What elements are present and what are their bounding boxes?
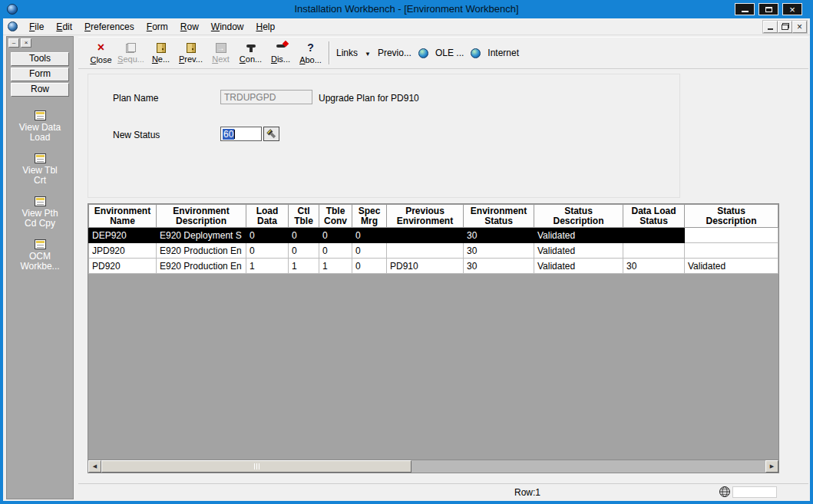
globe-icon [719,486,731,500]
sidebar-collapse-button[interactable]: – [8,38,19,48]
sidebar-item-view-pth-cd-cpy[interactable]: View Pth Cd Cpy [16,196,64,229]
grid-cell[interactable]: Validated [534,243,623,259]
grid-cell[interactable]: 0 [319,243,352,259]
grid-cell[interactable]: 30 [464,243,534,259]
sidebar-items: View Data LoadView Tbl CrtView Pth Cd Cp… [7,104,73,272]
grid-cell[interactable] [387,228,464,243]
sidebar-close-button[interactable]: × [21,38,31,48]
mdi-restore-button[interactable] [778,21,792,33]
grid-column-header[interactable]: EnvironmentDescription [157,205,246,228]
new-status-value: 60 [223,129,234,140]
sidebar-tab-form[interactable]: Form [11,68,69,81]
grid-column-header[interactable]: PreviousEnvironment [387,205,464,228]
grid-cell[interactable]: Validated [534,259,623,274]
grid-cell[interactable]: PD920 [89,259,157,274]
text-caret [234,130,235,139]
links-label[interactable]: Links [336,48,358,58]
grid-cell[interactable]: 1 [246,259,289,274]
grid-column-header[interactable]: StatusDescription [534,205,623,228]
scroll-left-button[interactable] [88,460,101,473]
grid-row[interactable]: JPD920E920 Production En000030Validated [89,243,778,259]
statusbar: Row:1 [78,483,808,499]
menu-item-preferences[interactable]: Preferences [78,19,140,35]
grid-cell[interactable]: PD910 [387,259,464,274]
status-segment [732,486,777,498]
new-status-input[interactable]: 60 [220,127,262,141]
visual-assist-button[interactable] [263,127,279,141]
grid-cell[interactable]: Validated [685,259,778,274]
toolbar-button-ne[interactable]: Ne... [146,38,176,68]
grid-cell[interactable]: E920 Production En [157,259,246,274]
grid-cell[interactable]: E920 Production En [157,243,246,259]
grid-cell[interactable]: Validated [534,228,623,243]
grid-cell[interactable]: 30 [623,259,685,274]
previous-link[interactable]: Previo... [378,48,411,58]
grid-cell[interactable]: 0 [246,228,289,243]
menu-item-row[interactable]: Row [174,19,205,35]
minimize-button[interactable] [735,3,755,15]
grid-column-header[interactable]: EnvironmentName [89,205,157,228]
grid-cell[interactable]: DEP920 [89,228,157,243]
grid-cell[interactable]: 0 [352,243,387,259]
sidebar-tab-row[interactable]: Row [11,83,69,97]
grid-cell[interactable] [685,243,778,259]
grid-cell[interactable]: 0 [246,243,289,259]
grid-cell[interactable]: 0 [289,228,319,243]
grid-cell[interactable]: JPD920 [89,243,157,259]
grid-cell[interactable]: 1 [319,259,352,274]
grid-cell[interactable]: 30 [464,228,534,243]
menu-item-file[interactable]: File [23,19,50,35]
horizontal-scrollbar[interactable] [88,460,778,473]
grid-row[interactable]: PD920E920 Production En1110PD91030Valida… [89,259,778,274]
grid-cell[interactable]: 0 [289,243,319,259]
grid-cell[interactable]: 30 [464,259,534,274]
toolbar-button-sequ: Sequ... [116,38,146,68]
toolbar-button-label: Con... [240,54,262,64]
sidebar-item-label: OCM Workbe... [16,252,64,272]
menu-item-window[interactable]: Window [205,19,250,35]
sidebar-item-view-tbl-crt[interactable]: View Tbl Crt [16,153,64,186]
sidebar-tab-tools[interactable]: Tools [11,52,69,66]
phone-dis-icon [276,43,286,53]
grid-column-header[interactable]: CtlTble [289,205,319,228]
toolbar-button-label: Ne... [152,54,170,64]
grid-column-header[interactable]: EnvironmentStatus [464,205,534,228]
toolbar-button-con[interactable]: Con... [236,38,266,68]
mdi-close-button[interactable] [792,21,807,33]
close-window-button[interactable] [782,3,802,15]
menu-item-help[interactable]: Help [250,19,282,35]
sidebar-item-view-data-load[interactable]: View Data Load [16,110,64,143]
grid-cell[interactable]: 0 [352,259,387,274]
grid-cell[interactable] [623,228,685,243]
menu-item-edit[interactable]: Edit [50,19,78,35]
toolbar-button-prev[interactable]: Prev... [176,38,206,68]
scrollbar-thumb[interactable] [101,460,411,473]
grid-column-header[interactable]: StatusDescription [685,205,778,228]
toolbar-button-close[interactable]: Close [86,38,116,68]
grid-column-header[interactable]: LoadData [246,205,289,228]
plan-name-field: TRDUPGPD [220,90,312,104]
maximize-button[interactable] [758,3,778,15]
grid-cell[interactable] [387,243,464,259]
grid-cell[interactable]: 0 [319,228,352,243]
new-status-label: New Status [113,130,160,140]
menu-item-form[interactable]: Form [140,19,174,35]
grid-column-header[interactable]: SpecMrg [352,205,387,228]
grid-cell[interactable]: 1 [289,259,319,274]
chevron-down-icon[interactable] [365,48,371,58]
grid-row[interactable]: DEP920E920 Deployment S000030Validated [89,228,778,243]
grid-column-header[interactable]: Data LoadStatus [623,205,685,228]
grid-cell[interactable]: E920 Deployment S [157,228,246,243]
grid-cell[interactable]: 0 [352,228,387,243]
mdi-minimize-button[interactable] [763,21,778,33]
sidebar-item-ocm-workbe-[interactable]: OCM Workbe... [16,239,64,272]
grid-cell[interactable] [685,228,778,243]
internet-link[interactable]: Internet [487,48,519,58]
toolbar-button-dis[interactable]: Dis... [266,38,296,68]
scroll-right-button[interactable] [765,460,778,473]
thumb-grip [259,463,259,469]
grid-cell[interactable] [623,243,685,259]
toolbar-button-abo[interactable]: Abo... [296,38,326,68]
grid-column-header[interactable]: TbleConv [319,205,352,228]
ole-link[interactable]: OLE ... [435,48,464,58]
